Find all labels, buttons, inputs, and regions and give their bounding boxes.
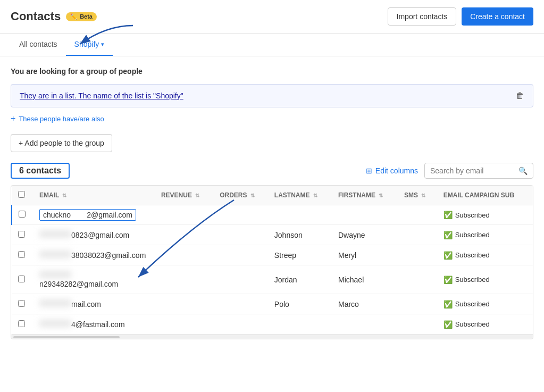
row-checkbox-cell[interactable]	[12, 294, 33, 314]
subscribed-cell: ✅ Subscribed	[437, 294, 533, 314]
filter-box: They are in a list. The name of the list…	[11, 84, 533, 107]
subscribed-badge: ✅ Subscribed	[443, 300, 526, 308]
subscribed-badge: ✅ Subscribed	[443, 211, 526, 219]
subscribed-cell: ✅ Subscribed	[437, 225, 533, 245]
row-checkbox[interactable]	[18, 300, 25, 307]
email-cell: 0823@gmail.com	[33, 225, 155, 245]
row-checkbox[interactable]	[18, 251, 25, 258]
orders-cell	[213, 265, 268, 294]
email-cell: 4@fastmail.com	[33, 314, 155, 335]
chevron-down-icon: ▾	[101, 41, 104, 48]
header: Contacts ✏️ Beta Import contacts Create …	[0, 0, 544, 34]
horizontal-scrollbar[interactable]	[11, 335, 533, 339]
table-row: 38038023@gmail.com Streep Meryl ✅ Subscr…	[12, 245, 533, 265]
email-blur	[39, 320, 71, 327]
orders-cell	[213, 245, 268, 265]
add-people-button[interactable]: + Add people to the group	[11, 134, 112, 152]
firstname-cell: Marco	[332, 294, 398, 314]
col-email: EMAIL ⇅	[33, 186, 155, 205]
row-checkbox-cell[interactable]	[12, 265, 33, 294]
check-icon: ✅	[443, 251, 453, 260]
orders-cell	[213, 225, 268, 245]
table-row: n29348282@gmail.com Jordan Michael ✅ Sub…	[12, 265, 533, 294]
page-title: Contacts	[11, 10, 61, 23]
also-row[interactable]: + These people have/are also	[11, 112, 533, 123]
sms-cell	[398, 294, 437, 314]
row-checkbox[interactable]	[18, 276, 25, 282]
row-checkbox-cell[interactable]	[12, 205, 33, 225]
email-cell: n29348282@gmail.com	[33, 265, 155, 294]
create-contact-button[interactable]: Create a contact	[462, 7, 533, 26]
trash-icon[interactable]: 🗑	[516, 91, 524, 101]
lastname-cell: Jordan	[268, 265, 332, 294]
check-icon: ✅	[443, 300, 453, 308]
import-contacts-button[interactable]: Import contacts	[388, 7, 457, 26]
orders-cell	[213, 205, 268, 225]
subscribed-badge: ✅ Subscribed	[443, 320, 526, 329]
check-icon: ✅	[443, 276, 453, 284]
subscribed-badge: ✅ Subscribed	[443, 276, 526, 284]
firstname-cell	[332, 314, 398, 335]
contacts-bar-right: ⊞ Edit columns 🔍	[366, 163, 533, 179]
firstname-cell: Meryl	[332, 245, 398, 265]
scrollbar-thumb[interactable]	[13, 336, 120, 338]
sms-cell	[398, 265, 437, 294]
email-blur	[39, 251, 71, 258]
plus-icon: +	[11, 114, 15, 123]
section-title: You are looking for a group of people	[11, 67, 533, 76]
firstname-cell	[332, 205, 398, 225]
row-checkbox-cell[interactable]	[12, 314, 33, 335]
sms-cell	[398, 314, 437, 335]
select-all-checkbox[interactable]	[18, 191, 25, 198]
revenue-cell	[155, 225, 213, 245]
search-box: 🔍	[424, 163, 533, 179]
revenue-cell	[155, 314, 213, 335]
sms-cell	[398, 245, 437, 265]
pencil-icon: ✏️	[70, 13, 78, 20]
lastname-cell	[268, 205, 332, 225]
sms-cell	[398, 225, 437, 245]
table-row: mail.com Polo Marco ✅ Subscribed	[12, 294, 533, 314]
lastname-cell: Polo	[268, 294, 332, 314]
edit-columns-button[interactable]: ⊞ Edit columns	[366, 166, 418, 175]
row-checkbox[interactable]	[18, 231, 25, 238]
content: You are looking for a group of people Th…	[0, 56, 544, 350]
lastname-cell: Streep	[268, 245, 332, 265]
col-sms: SMS ⇅	[398, 186, 437, 205]
check-icon: ✅	[443, 320, 453, 329]
subscribed-cell: ✅ Subscribed	[437, 205, 533, 225]
search-input[interactable]	[430, 166, 515, 175]
col-orders: ORDERS ⇅	[213, 186, 268, 205]
email-blur	[39, 299, 71, 307]
select-all-header[interactable]	[12, 186, 33, 205]
row-checkbox[interactable]	[18, 320, 25, 327]
col-firstname: FIRSTNAME ⇅	[332, 186, 398, 205]
tab-shopify[interactable]: Shopify ▾	[66, 34, 113, 56]
email-cell: mail.com	[33, 294, 155, 314]
revenue-cell	[155, 265, 213, 294]
tabs: All contacts Shopify ▾	[0, 34, 544, 56]
row-checkbox-cell[interactable]	[12, 225, 33, 245]
row-checkbox-cell[interactable]	[12, 245, 33, 265]
filter-text[interactable]: They are in a list. The name of the list…	[20, 91, 183, 100]
table-row: 4@fastmail.com ✅ Subscribed	[12, 314, 533, 335]
col-revenue: REVENUE ⇅	[155, 186, 213, 205]
firstname-cell: Dwayne	[332, 225, 398, 245]
check-icon: ✅	[443, 211, 453, 219]
orders-cell	[213, 314, 268, 335]
email-highlighted: chuckno2@gmail.com	[39, 209, 136, 221]
lastname-cell: Johnson	[268, 225, 332, 245]
row-checkbox[interactable]	[19, 211, 26, 218]
beta-badge: ✏️ Beta	[66, 12, 97, 21]
check-icon: ✅	[443, 231, 453, 239]
header-left: Contacts ✏️ Beta	[11, 10, 97, 23]
tab-all-contacts[interactable]: All contacts	[11, 34, 66, 56]
col-email-campaign: EMAIL CAMPAIGN SUB	[437, 186, 533, 205]
columns-icon: ⊞	[366, 166, 372, 175]
firstname-cell: Michael	[332, 265, 398, 294]
revenue-cell	[155, 205, 213, 225]
subscribed-cell: ✅ Subscribed	[437, 245, 533, 265]
table-row: 0823@gmail.com Johnson Dwayne ✅ Subscrib…	[12, 225, 533, 245]
contacts-count: 6 contacts	[11, 163, 70, 179]
table-row: chuckno2@gmail.com ✅ Subscribed	[12, 205, 533, 225]
